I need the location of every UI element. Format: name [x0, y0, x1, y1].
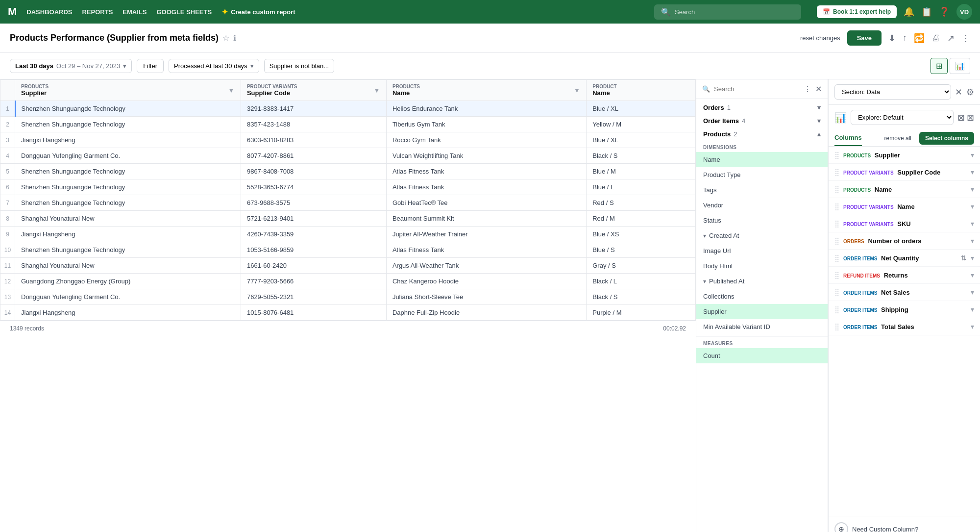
table-area[interactable]: PRODUCTS Supplier ▼ PRODUCT VARIANTS Sup…: [0, 79, 696, 532]
nav-dashboards[interactable]: DASHBOARDS: [26, 8, 72, 16]
col-chevron-icon[interactable]: ▾: [971, 254, 974, 262]
share-icon[interactable]: ↑: [903, 33, 907, 43]
download-icon[interactable]: ⬇: [888, 33, 896, 44]
column-item[interactable]: ⣿ ORDER ITEMS Shipping ▾: [829, 301, 980, 318]
col-chevron-icon[interactable]: ▾: [971, 185, 974, 193]
filter-col-icon[interactable]: ▼: [228, 86, 235, 94]
column-item[interactable]: ⣿ ORDER ITEMS Total Sales ▾: [829, 318, 980, 335]
col-chevron-icon[interactable]: ▾: [971, 168, 974, 176]
col-chevron-icon[interactable]: ▾: [971, 271, 974, 279]
table-row[interactable]: 3 Jiangxi Hangsheng 6303-6310-8283 Rocco…: [0, 132, 696, 148]
tab-columns[interactable]: Columns: [834, 130, 862, 146]
search-bar[interactable]: 🔍 Search: [654, 4, 801, 20]
nav-reports[interactable]: REPORTS: [82, 8, 113, 16]
table-row[interactable]: 2 Shenzhen Shunguangde Technology 8357-4…: [0, 117, 696, 132]
dim-vendor[interactable]: Vendor: [696, 198, 828, 213]
filter-col-icon-3[interactable]: ▼: [573, 86, 580, 94]
notes-icon[interactable]: 📋: [921, 6, 932, 17]
table-view-button[interactable]: ⊞: [931, 58, 948, 74]
table-row[interactable]: 4 Dongguan Yufengling Garment Co. 8077-4…: [0, 148, 696, 164]
filter-col-icon-2[interactable]: ▼: [373, 86, 380, 94]
close-panel-icon[interactable]: ✕: [955, 87, 962, 98]
order-items-section-header[interactable]: Order Items 4 ▾: [696, 114, 828, 127]
more-icon[interactable]: ⋮: [804, 84, 811, 94]
remove-all-link[interactable]: remove all: [884, 135, 911, 142]
nav-google-sheets[interactable]: GOOGLE SHEETS: [156, 8, 212, 16]
filter-button[interactable]: Filter: [137, 59, 164, 73]
column-item[interactable]: ⣿ ORDER ITEMS Net Quantity ⇅ ▾: [829, 250, 980, 267]
dim-product-type[interactable]: Product Type: [696, 167, 828, 182]
col-chevron-icon[interactable]: ▾: [971, 237, 974, 245]
table-row[interactable]: 1 Shenzhen Shunguangde Technology 3291-8…: [0, 101, 696, 117]
filter-panel-icon-2[interactable]: ⊠: [967, 112, 974, 123]
create-custom-report[interactable]: ✦ Create custom report: [221, 7, 295, 17]
print-icon[interactable]: 🖨: [931, 33, 940, 43]
col-chevron-icon[interactable]: ▾: [971, 288, 974, 296]
external-link-icon[interactable]: ↗: [947, 33, 955, 44]
col-chevron-icon[interactable]: ▾: [971, 220, 974, 228]
section-select[interactable]: Section: Data: [834, 84, 951, 100]
column-item[interactable]: ⣿ REFUND ITEMS Returns ▾: [829, 267, 980, 284]
nav-emails[interactable]: EMAILS: [122, 8, 147, 16]
bell-icon[interactable]: 🔔: [904, 6, 914, 17]
supplier-filter[interactable]: Supplier is not blan...: [264, 59, 334, 73]
dim-body-html[interactable]: Body Html: [696, 258, 828, 274]
col-chevron-icon[interactable]: ▾: [971, 323, 974, 330]
table-row[interactable]: 9 Jiangxi Hangsheng 4260-7439-3359 Jupit…: [0, 227, 696, 242]
measure-count[interactable]: Count: [696, 348, 828, 363]
table-row[interactable]: 11 Shanghai Younatural New 1661-60-2420 …: [0, 258, 696, 274]
col-header-name[interactable]: PRODUCTS Name ▼: [386, 80, 586, 101]
dim-supplier[interactable]: Supplier: [696, 304, 828, 319]
col-chevron-icon[interactable]: ▾: [971, 305, 974, 313]
dim-tags[interactable]: Tags: [696, 182, 828, 198]
column-item[interactable]: ⣿ PRODUCT VARIANTS Supplier Code ▾: [829, 164, 980, 181]
col-header-supplier[interactable]: PRODUCTS Supplier ▼: [15, 80, 241, 101]
table-row[interactable]: 10 Shenzhen Shunguangde Technology 1053-…: [0, 242, 696, 258]
save-button[interactable]: Save: [847, 30, 882, 46]
help-icon[interactable]: ❓: [939, 6, 950, 17]
filter-panel-icon[interactable]: ⊠: [957, 112, 965, 123]
reset-changes-link[interactable]: reset changes: [800, 34, 840, 42]
table-row[interactable]: 7 Shenzhen Shunguangde Technology 673-96…: [0, 195, 696, 211]
close-search-icon[interactable]: ✕: [815, 84, 822, 94]
dim-image-url[interactable]: Image Url: [696, 243, 828, 258]
column-item[interactable]: ⣿ PRODUCTS Name ▾: [829, 181, 980, 198]
column-item[interactable]: ⣿ PRODUCT VARIANTS Name ▾: [829, 198, 980, 215]
dim-collections[interactable]: Collections: [696, 289, 828, 304]
table-row[interactable]: 5 Shenzhen Shunguangde Technology 9867-8…: [0, 164, 696, 179]
orders-section-header[interactable]: Orders 1 ▾: [696, 99, 828, 114]
select-columns-button[interactable]: Select columns: [919, 132, 974, 145]
table-row[interactable]: 8 Shanghai Younatural New 5721-6213-9401…: [0, 211, 696, 227]
more-options-icon[interactable]: ⋮: [961, 33, 970, 44]
avatar[interactable]: VD: [956, 4, 972, 20]
book-expert-button[interactable]: 📅 Book 1:1 expert help: [817, 5, 897, 18]
date-picker[interactable]: Last 30 days Oct 29 – Nov 27, 2023 ▾: [10, 59, 132, 73]
table-row[interactable]: 6 Shenzhen Shunguangde Technology 5528-3…: [0, 179, 696, 195]
col-chevron-icon[interactable]: ▾: [971, 203, 974, 210]
explore-select[interactable]: Explore: Default: [851, 110, 954, 125]
col-header-variant-name[interactable]: PRODUCT Name: [587, 80, 696, 101]
search-panel-input[interactable]: [714, 85, 800, 93]
col-header-supplier-code[interactable]: PRODUCT VARIANTS Supplier Code ▼: [241, 80, 386, 101]
col-chevron-icon[interactable]: ▾: [971, 151, 974, 159]
column-item[interactable]: ⣿ ORDERS Number of orders ▾: [829, 232, 980, 250]
dim-published-at[interactable]: ▾ Published At: [696, 274, 828, 289]
need-custom-column[interactable]: ⊕ Need Custom Column?: [829, 516, 980, 532]
column-item[interactable]: ⣿ PRODUCT VARIANTS SKU ▾: [829, 215, 980, 232]
column-item[interactable]: ⣿ ORDER ITEMS Net Sales ▾: [829, 284, 980, 301]
table-row[interactable]: 12 Guangdong Zhonggao Energy (Group) 777…: [0, 274, 696, 289]
sort-icon[interactable]: ⇅: [961, 254, 967, 262]
processed-at-filter[interactable]: Processed At last 30 days ▾: [169, 59, 259, 73]
column-item[interactable]: ⣿ PRODUCTS Supplier ▾: [829, 147, 980, 164]
table-row[interactable]: 14 Jiangxi Hangsheng 1015-8076-6481 Daph…: [0, 305, 696, 321]
schedule-icon[interactable]: 🔁: [914, 33, 925, 44]
info-icon[interactable]: ℹ: [233, 33, 236, 43]
star-favorite-icon[interactable]: ☆: [222, 33, 229, 43]
table-row[interactable]: 13 Dongguan Yufengling Garment Co. 7629-…: [0, 289, 696, 305]
dim-status[interactable]: Status: [696, 213, 828, 228]
dim-created-at[interactable]: ▾ Created At: [696, 228, 828, 243]
products-section-header[interactable]: Products 2 ▴: [696, 127, 828, 141]
chart-view-button[interactable]: 📊: [950, 58, 970, 74]
dim-name[interactable]: Name: [696, 152, 828, 167]
gear-icon[interactable]: ⚙: [966, 87, 974, 98]
